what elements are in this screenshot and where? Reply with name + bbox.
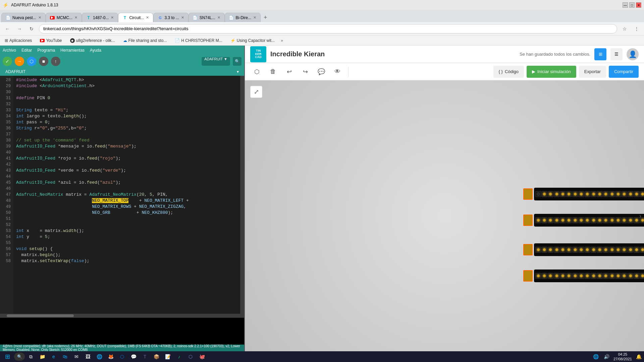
forward-button[interactable]: → [15, 24, 24, 34]
grid-view-button[interactable]: ⊞ [594, 48, 606, 60]
debug-button[interactable]: ⬡ [27, 57, 36, 66]
taskbar-app-teams[interactable]: T [140, 352, 150, 361]
start-button[interactable]: ⊞ [1, 352, 13, 361]
codigo-button[interactable]: { } Código [493, 66, 524, 78]
notification-icon[interactable]: 🔔 [635, 353, 643, 361]
menu-programa[interactable]: Programa [37, 48, 55, 53]
bookmark-christopher[interactable]: 📄 H CHRISTOPHER M... [173, 38, 224, 44]
tab-favicon-circuit: T [122, 15, 127, 20]
taskbar-app-vsc[interactable]: ⬡ [117, 352, 127, 361]
taskbar-app-firefox[interactable]: 🦊 [105, 352, 116, 361]
comment-tool[interactable]: 💬 [315, 65, 328, 78]
taskbar-app-photos[interactable]: 🖼 [83, 352, 93, 361]
taskbar-app-mail[interactable]: ✉ [71, 352, 82, 361]
tab-dropdown-icon[interactable]: ▾ [237, 69, 239, 74]
user-avatar[interactable]: 👤 [627, 48, 639, 60]
bookmarks-more[interactable]: » [281, 38, 283, 43]
led-cell [603, 191, 609, 197]
compartir-button[interactable]: Compartir [609, 66, 639, 78]
simular-label: Iniciar simulación [537, 69, 571, 74]
upload-button[interactable]: → [15, 57, 24, 66]
search-button[interactable]: 🔍 [14, 353, 25, 361]
taskbar-app-store[interactable]: 🛍 [60, 352, 70, 361]
taskbar-app-discord[interactable]: ⬡ [185, 352, 196, 361]
stop-button[interactable]: ■ [39, 57, 48, 66]
settings-icon[interactable]: ⋮ [632, 24, 641, 34]
taskbar-app-ie[interactable]: e [48, 352, 59, 361]
close-button[interactable]: ✕ [636, 2, 641, 8]
right-panel-toggle[interactable]: › [639, 213, 641, 220]
tab-circuit[interactable]: T Circuit... ✕ [118, 13, 153, 22]
redo-tool[interactable]: ↪ [299, 65, 312, 78]
network-icon[interactable]: 🌐 [592, 353, 600, 361]
delete-tool[interactable]: 🗑 [266, 65, 280, 78]
taskbar-app-github[interactable]: 🐙 [197, 352, 207, 361]
view-tool[interactable]: 👁 [331, 65, 344, 78]
reload-button[interactable]: ↻ [27, 24, 36, 34]
led-cell [554, 217, 559, 223]
minimize-button[interactable]: — [623, 2, 628, 8]
scrollbar-thumb[interactable] [7, 314, 74, 317]
back-button[interactable]: ← [3, 24, 12, 34]
tab-bidir[interactable]: 📄 Bi-Dire... ✕ [225, 13, 261, 22]
tab-close-33to[interactable]: ✕ [181, 15, 184, 20]
menu-archivo[interactable]: Archivo [3, 48, 16, 53]
maximize-button[interactable]: □ [629, 2, 635, 8]
taskbar-app-unknown1[interactable]: 📦 [151, 352, 162, 361]
exportar-label: Exportar [584, 69, 601, 74]
code-content[interactable]: #include <Adafruit_MQTT.h> #include <Ard… [13, 76, 240, 314]
led-cell [591, 273, 596, 279]
address-bar[interactable] [39, 24, 617, 34]
menu-herramientas[interactable]: Herramientas [60, 48, 85, 53]
taskbar-app-whatsapp[interactable]: 💬 [128, 352, 139, 361]
taskbar-app-explorer[interactable]: 📁 [37, 352, 48, 361]
zoom-button[interactable]: ⤢ [250, 86, 262, 98]
open-button[interactable]: ↑ [51, 57, 60, 66]
vertical-scrollbar[interactable] [240, 76, 244, 314]
tab-33to[interactable]: G 3.3 to ... ✕ [153, 13, 188, 22]
bookmark-u8g2[interactable]: ◆ u8g2reference - olik... [68, 38, 117, 44]
tab-close-mcmc[interactable]: ✕ [74, 15, 77, 20]
led-cell [622, 191, 627, 197]
verify-button[interactable]: ✓ [3, 57, 12, 66]
undo-tool[interactable]: ↩ [282, 65, 296, 78]
list-view-button[interactable]: ☰ [610, 48, 623, 60]
led-cell [560, 273, 566, 279]
tab-nueva[interactable]: 📄 Nueva pest... ✕ [1, 13, 46, 22]
tab-close-circuit[interactable]: ✕ [146, 15, 149, 20]
horizontal-scrollbar[interactable] [0, 314, 244, 318]
led-cell [578, 217, 584, 223]
bookmark-aplicaciones[interactable]: ⊞ Aplicaciones [3, 38, 34, 44]
tab-sn74[interactable]: 📄 SN74L... ✕ [189, 13, 225, 22]
serial-monitor-button[interactable]: 🔍 [233, 57, 241, 66]
bookmark-button[interactable]: ☆ [620, 24, 629, 34]
tab-1487[interactable]: T 1487-0... ✕ [82, 13, 118, 22]
bookmark-capacitor[interactable]: ⚡ Using Capacitor wit... [228, 38, 277, 44]
taskbar-app-chrome2[interactable]: 🌐 [94, 352, 105, 361]
code-editor[interactable]: 2829303132 3334353637 3839404142 4344454… [0, 76, 244, 314]
tab-close-sn74[interactable]: ✕ [217, 15, 220, 20]
bookmark-youtube[interactable]: YouTube [38, 38, 64, 44]
tab-close-1487[interactable]: ✕ [111, 15, 114, 20]
led-cell [634, 191, 639, 197]
menu-editar[interactable]: Editar [21, 48, 32, 53]
arduino-status-bar: 4@hrs (most compatible), dfr (aka nodemc… [0, 345, 244, 351]
exportar-button[interactable]: Exportar [579, 66, 606, 78]
taskbar-app-spotify[interactable]: ♪ [174, 352, 184, 361]
led-cell [609, 247, 615, 253]
tab-mcmc[interactable]: MCMC... ✕ [46, 13, 82, 22]
tinkercad-canvas[interactable]: ⤢ [245, 80, 644, 351]
task-view-button[interactable]: ⧉ [25, 352, 36, 361]
volume-icon[interactable]: 🔊 [603, 353, 611, 361]
simular-button[interactable]: ▶ Iniciar simulación [527, 66, 576, 78]
board-select[interactable]: ADAFRUIT ▼ [202, 57, 230, 66]
select-tool[interactable]: ⬡ [250, 65, 264, 78]
tab-close-nueva[interactable]: ✕ [38, 15, 41, 20]
menu-ayuda[interactable]: Ayuda [90, 48, 101, 53]
new-tab-button[interactable]: + [261, 13, 270, 22]
tab-label-bidir: Bi-Dire... [236, 15, 252, 20]
taskbar-app-notepad[interactable]: 📝 [162, 352, 173, 361]
led-cell [535, 247, 541, 253]
tab-close-bidir[interactable]: ✕ [253, 15, 256, 20]
bookmark-filesharing[interactable]: ☁ File sharing and sto... [121, 38, 169, 44]
